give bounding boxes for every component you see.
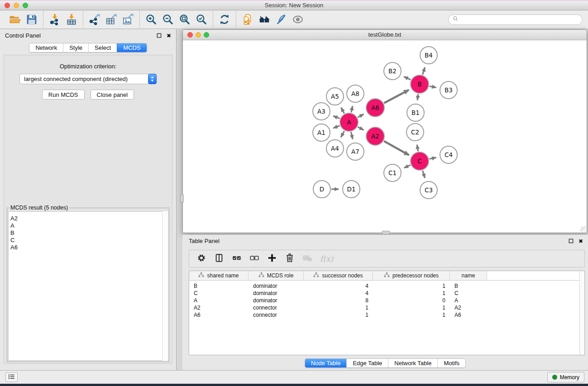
table-scrollbar[interactable]: [579, 271, 584, 355]
close-panel-button[interactable]: Close panel: [91, 90, 134, 100]
table-row[interactable]: Bdominator41B: [189, 282, 584, 290]
table-cell[interactable]: 1: [373, 305, 450, 311]
export-table-button[interactable]: [105, 13, 118, 26]
create-column-button[interactable]: [267, 253, 277, 264]
mcds-result-item[interactable]: A6: [10, 244, 167, 251]
table-cell[interactable]: 1: [373, 312, 450, 318]
network-close-button[interactable]: [187, 32, 193, 38]
table-cell[interactable]: 4: [304, 283, 373, 289]
graph-edge-A-A7[interactable]: [351, 132, 353, 139]
memory-button[interactable]: Memory: [547, 372, 584, 382]
table-float-panel-icon[interactable]: [569, 238, 574, 243]
table-cell[interactable]: C: [450, 290, 487, 296]
table-close-panel-icon[interactable]: ✖: [578, 238, 583, 244]
mcds-result-item[interactable]: A2: [10, 215, 167, 222]
graph-edge-A6-B[interactable]: [384, 90, 409, 103]
network-window-titlebar[interactable]: testGlobe.txt: [183, 30, 587, 40]
graph-node-A1[interactable]: A1: [313, 124, 330, 141]
graph-edge-B-B2[interactable]: [404, 76, 411, 80]
graph-node-C2[interactable]: C2: [406, 124, 424, 141]
graph-node-C[interactable]: C: [411, 152, 429, 170]
mcds-result-item[interactable]: A: [10, 222, 167, 229]
first-neighbors-button[interactable]: [258, 13, 271, 26]
table-row[interactable]: A6connector11A6: [189, 311, 584, 319]
network-zoom-button[interactable]: [204, 32, 209, 38]
table-cell[interactable]: 4: [304, 290, 373, 296]
graph-node-C1[interactable]: C1: [384, 164, 401, 181]
graph-edge-A-A2[interactable]: [358, 127, 363, 130]
show-graphics-details-button[interactable]: [292, 13, 304, 26]
graph-node-D[interactable]: D: [313, 181, 330, 198]
graph-node-C4[interactable]: C4: [440, 146, 457, 163]
table-cell[interactable]: A2: [450, 305, 487, 311]
graph-edge-A-A4[interactable]: [341, 131, 344, 137]
tab-mcds[interactable]: MCDS: [117, 43, 146, 52]
window-resize-handle[interactable]: [580, 226, 586, 232]
column-header-shared-name[interactable]: shared name: [189, 271, 249, 280]
table-mode-settings-button[interactable]: [196, 253, 206, 264]
search-box[interactable]: [448, 14, 583, 25]
delete-columns-button[interactable]: [285, 253, 295, 264]
graph-edge-A2-C[interactable]: [384, 141, 409, 155]
zoom-fit-button[interactable]: [178, 13, 191, 26]
graph-node-A4[interactable]: A4: [326, 140, 344, 157]
zoom-selected-button[interactable]: [195, 13, 208, 26]
graph-edge-A-A8[interactable]: [351, 106, 353, 112]
criterion-select[interactable]: largest connected component (directed): [19, 74, 157, 84]
table-cell[interactable]: 8: [304, 297, 373, 304]
table-cell[interactable]: connector: [249, 312, 304, 318]
graph-node-D1[interactable]: D1: [343, 181, 360, 198]
close-window-button[interactable]: [5, 3, 10, 8]
mcds-result-item[interactable]: B: [10, 229, 167, 237]
network-canvas[interactable]: AA6A2BCA5A8A3A1A4A7B2B4B3B1C2C4C1C3DD1: [183, 40, 587, 233]
graph-edge-C-C4[interactable]: [430, 157, 436, 159]
table-cell[interactable]: A: [189, 297, 249, 304]
graph-node-B4[interactable]: B4: [420, 47, 437, 64]
table-tab-edge-table[interactable]: Edge Table: [346, 359, 388, 367]
graph-node-B2[interactable]: B2: [384, 62, 401, 80]
graph-edge-C-C2[interactable]: [417, 145, 418, 152]
table-cell[interactable]: A: [450, 297, 487, 304]
select-all-rows-button[interactable]: [232, 253, 242, 264]
table-cell[interactable]: 0: [373, 297, 450, 304]
table-cell[interactable]: 1: [304, 305, 373, 311]
network-minimize-button[interactable]: [196, 32, 201, 38]
column-header-successor-nodes[interactable]: successor nodes: [304, 271, 373, 280]
table-cell[interactable]: dominator: [249, 283, 304, 289]
import-table-button[interactable]: [65, 13, 78, 26]
result-list-scrollbar[interactable]: [162, 211, 168, 361]
column-header-MCDS-role[interactable]: MCDS role: [249, 271, 304, 280]
canvas-bottom-grip[interactable]: [382, 231, 390, 234]
tab-network[interactable]: Network: [29, 43, 63, 52]
table-row[interactable]: Cdominator41C: [189, 290, 584, 297]
save-session-button[interactable]: [25, 13, 38, 26]
export-network-button[interactable]: [88, 13, 101, 26]
canvas-left-grip[interactable]: [180, 195, 184, 202]
close-panel-icon[interactable]: ✖: [167, 33, 171, 38]
graph-node-A7[interactable]: A7: [347, 143, 364, 160]
run-mcds-button[interactable]: Run MCDS: [42, 90, 85, 100]
deselect-all-rows-button[interactable]: [249, 253, 259, 264]
graph-edge-C-C1[interactable]: [404, 165, 411, 168]
table-cell[interactable]: 1: [304, 312, 373, 318]
zoom-window-button[interactable]: [23, 3, 28, 8]
zoom-in-button[interactable]: [145, 13, 158, 26]
table-cell[interactable]: connector: [249, 305, 304, 311]
graph-node-A5[interactable]: A5: [326, 88, 344, 105]
table-cell[interactable]: dominator: [249, 297, 304, 304]
open-file-button[interactable]: [9, 13, 21, 26]
table-row[interactable]: Adominator80A: [189, 297, 584, 304]
clone-network-button[interactable]: [241, 13, 254, 26]
graph-edge-A-A1[interactable]: [333, 126, 339, 128]
column-header-predecessor-nodes[interactable]: predecessor nodes: [373, 271, 450, 280]
graph-node-B[interactable]: B: [411, 75, 429, 93]
graph-edge-B-B1[interactable]: [417, 94, 418, 100]
export-image-button[interactable]: [122, 13, 134, 26]
tab-select[interactable]: Select: [88, 43, 117, 52]
graph-node-C3[interactable]: C3: [420, 181, 437, 199]
graph-node-A8[interactable]: A8: [347, 85, 364, 102]
hide-graphics-details-button[interactable]: [275, 13, 287, 26]
refresh-view-button[interactable]: [218, 13, 231, 26]
show-columns-button[interactable]: [214, 253, 224, 264]
search-input[interactable]: [461, 16, 578, 23]
